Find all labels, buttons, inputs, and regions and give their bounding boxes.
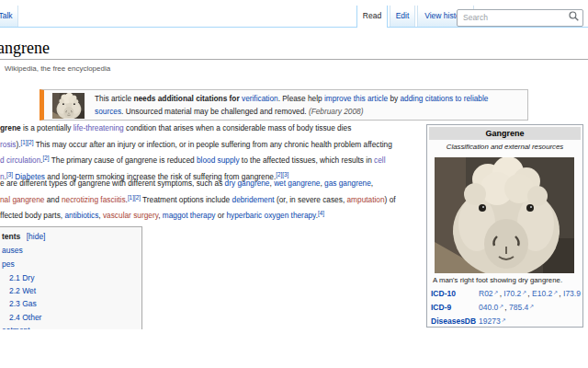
toc-item-other[interactable]: 2.4 Other: [9, 313, 41, 322]
link[interactable]: adding citations to reliable: [400, 94, 488, 103]
external-link[interactable]: E10.2: [532, 289, 552, 298]
text: or: [215, 211, 226, 220]
article-image[interactable]: [435, 157, 574, 273]
tab-read[interactable]: Read: [356, 6, 388, 28]
image-caption: A man's right foot showing dry gangrene.: [433, 276, 578, 284]
text: by: [388, 94, 400, 103]
text-line: d circulation.[2] The primary cause of g…: [0, 153, 392, 169]
link[interactable]: sources: [95, 107, 121, 116]
external-link-icon: ↗: [582, 290, 583, 295]
link[interactable]: improve this article: [324, 94, 388, 103]
icd9-label-link[interactable]: ICD-9: [431, 301, 479, 315]
red-link[interactable]: vascular surgery: [103, 211, 158, 220]
text: (or, in severe cases,: [275, 195, 347, 204]
tab-talk[interactable]: Talk: [0, 6, 18, 27]
text-line: grene is a potentially life-threatening …: [0, 121, 392, 137]
toc-header: tents [hide]: [2, 232, 45, 241]
title-divider: [0, 59, 588, 60]
text: ,: [371, 178, 373, 188]
link[interactable]: wet gangrene: [274, 178, 320, 188]
search-input[interactable]: [457, 9, 583, 27]
visited-link[interactable]: d circulation: [0, 155, 40, 165]
text: ).: [17, 140, 21, 149]
tab-edit[interactable]: Edit: [390, 6, 415, 27]
text: e are different types of gangrene with d…: [0, 178, 225, 188]
reference-link[interactable]: [2]: [43, 155, 50, 161]
tab-bar-divider: [0, 27, 588, 28]
link[interactable]: debridement: [232, 195, 275, 204]
infobox-row-icd10: ICD-10R02↗, I70.2↗, E10.2↗, I73.9↗: [431, 287, 581, 301]
toc-hide-link[interactable]: [hide]: [27, 232, 46, 241]
external-link-icon: ↗: [502, 317, 506, 323]
infobox-title: Gangrene: [429, 127, 581, 140]
toc-item-causes[interactable]: auses: [2, 246, 23, 255]
external-link[interactable]: 040.0: [479, 303, 498, 312]
bold-text: grene: [0, 123, 21, 132]
text-line: nal gangrene and necrotizing fasciitis.[…: [0, 192, 396, 209]
external-link[interactable]: 785.4: [509, 303, 528, 312]
external-link[interactable]: R02: [479, 289, 493, 298]
notice-text-line: This article needs additional citations …: [95, 94, 488, 104]
infobox-row-icd9: ICD-9040.0↗, 785.4↗: [431, 301, 581, 315]
wikipedia-page: Talk Read Edit View history angrene Wiki…: [0, 0, 588, 368]
visited-link[interactable]: cell: [374, 155, 385, 165]
reference-link[interactable]: [1][2]: [21, 139, 34, 145]
link[interactable]: gas gangrene: [324, 178, 371, 188]
search-icon[interactable]: [569, 11, 579, 21]
bold-text: needs additional citations for: [133, 94, 242, 103]
text: is a potentially: [21, 123, 74, 132]
text: . Please help: [278, 94, 324, 103]
link[interactable]: hyperbaric oxygen therapy: [226, 211, 315, 220]
icd10-codes: R02↗, I70.2↗, E10.2↗, I73.9↗: [479, 289, 583, 298]
toc-item-types[interactable]: pes: [2, 259, 15, 269]
page-title: angrene: [0, 39, 50, 58]
text: This may occur after an injury or infect…: [34, 140, 392, 149]
toc-item-dry[interactable]: 2.1 Dry: [9, 273, 34, 282]
text: condition that arises when a considerabl…: [124, 123, 352, 132]
intro-paragraph-2: e are different types of gangrene with d…: [0, 176, 396, 224]
link[interactable]: blood supply: [197, 155, 240, 165]
text: This article: [95, 94, 133, 103]
icd10-label-link[interactable]: ICD-10: [431, 287, 479, 301]
reference-link[interactable]: [4]: [318, 210, 324, 216]
red-link[interactable]: amputation: [347, 195, 385, 204]
link[interactable]: dry gangrene: [225, 178, 270, 188]
toc-item-treatment[interactable]: eatment: [2, 326, 30, 329]
link[interactable]: verification: [242, 94, 278, 103]
text-line: e are different types of gangrene with d…: [0, 176, 396, 192]
infobox-row-diseasesdb: DiseasesDB19273↗: [431, 315, 581, 328]
text-line: rosis).[1][2] This may occur after an in…: [0, 137, 392, 154]
text: and: [44, 195, 61, 204]
external-link[interactable]: I73.9: [563, 289, 581, 298]
visited-link[interactable]: rosis: [0, 140, 17, 149]
citation-needed-notice: This article needs additional citations …: [40, 89, 528, 121]
link[interactable]: maggot therapy: [163, 211, 216, 220]
site-tagline: Wikipedia, the free encyclopedia: [5, 64, 110, 73]
notice-text-line: sources. Unsourced material may be chall…: [95, 107, 363, 117]
reference-link[interactable]: [1][2]: [128, 194, 141, 201]
diseasesdb-label-link[interactable]: DiseasesDB: [431, 315, 479, 328]
visited-link[interactable]: life-threatening: [74, 123, 124, 132]
search-box: [457, 7, 583, 25]
text: . Unsourced material may be challenged a…: [121, 107, 309, 116]
text: The primary cause of gangrene is reduced: [50, 155, 197, 165]
date-note: (February 2008): [309, 107, 364, 116]
toc-item-wet[interactable]: 2.2 Wet: [9, 286, 36, 295]
text: ) of: [385, 195, 396, 204]
red-link[interactable]: nal gangrene: [0, 195, 44, 204]
notice-icon: [52, 93, 85, 119]
text: to the affected tissues, which results i…: [240, 155, 375, 165]
external-link[interactable]: 19273: [479, 316, 501, 326]
icd9-codes: 040.0↗, 785.4↗: [479, 303, 535, 312]
external-link[interactable]: I70.2: [503, 289, 521, 298]
diseasesdb-codes: 19273↗: [479, 316, 507, 326]
link[interactable]: antibiotics: [64, 211, 98, 220]
disease-infobox: Gangrene Classification and external res…: [426, 124, 583, 328]
text: Treatment options include: [141, 195, 232, 204]
external-link-icon: ↗: [499, 304, 503, 309]
text: ffected body parts,: [0, 211, 64, 220]
toc-item-gas[interactable]: 2.3 Gas: [9, 299, 37, 308]
infobox-subtitle: Classification and external resources: [427, 143, 582, 151]
external-link-icon: ↗: [529, 304, 534, 309]
red-link[interactable]: necrotizing fasciitis: [62, 195, 126, 204]
